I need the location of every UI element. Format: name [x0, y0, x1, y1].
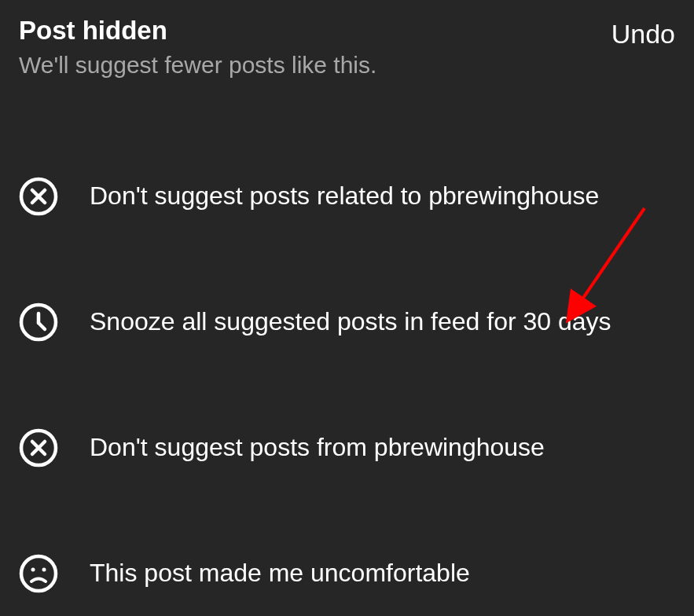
post-hidden-subtitle: We'll suggest fewer posts like this. [19, 52, 376, 79]
svg-point-9 [21, 556, 56, 591]
clock-icon [19, 302, 58, 342]
svg-point-10 [31, 568, 35, 572]
option-dont-suggest-related[interactable]: Don't suggest posts related to pbrewingh… [19, 134, 675, 259]
svg-line-5 [39, 323, 45, 329]
option-uncomfortable[interactable]: This post made me uncomfortable [19, 511, 675, 616]
option-label: Don't suggest posts from pbrewinghouse [90, 431, 545, 464]
x-circle-icon [19, 177, 58, 216]
option-label: Snooze all suggested posts in feed for 3… [90, 306, 611, 339]
option-label: Don't suggest posts related to pbrewingh… [90, 180, 599, 213]
option-dont-suggest-from[interactable]: Don't suggest posts from pbrewinghouse [19, 385, 675, 511]
header-section: Post hidden We'll suggest fewer posts li… [19, 16, 675, 79]
post-hidden-title: Post hidden [19, 16, 376, 46]
options-list: Don't suggest posts related to pbrewingh… [19, 134, 675, 616]
option-snooze-suggested[interactable]: Snooze all suggested posts in feed for 3… [19, 259, 675, 385]
sad-face-icon [19, 554, 58, 593]
header-text: Post hidden We'll suggest fewer posts li… [19, 16, 376, 79]
svg-point-11 [42, 568, 46, 572]
option-label: This post made me uncomfortable [90, 557, 470, 590]
undo-button[interactable]: Undo [611, 16, 675, 50]
x-circle-icon [19, 428, 58, 468]
